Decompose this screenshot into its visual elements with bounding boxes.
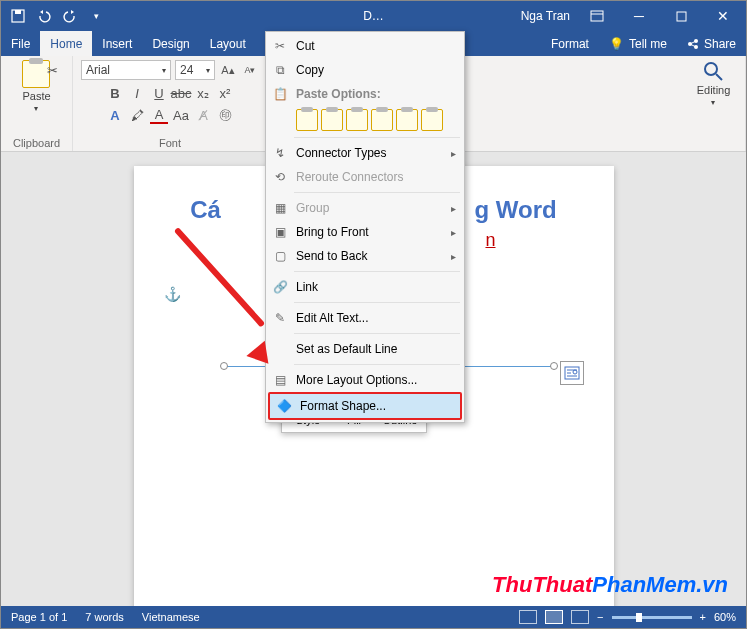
menu-reroute: ⟲Reroute Connectors — [266, 165, 464, 189]
ribbon-display-icon[interactable] — [582, 1, 612, 31]
svg-point-10 — [705, 63, 717, 75]
anchor-icon: ⚓ — [164, 286, 181, 302]
send-back-icon: ▢ — [272, 248, 288, 264]
clipboard-label: Clipboard — [13, 137, 60, 149]
minimize-button[interactable]: ─ — [624, 1, 654, 31]
svg-rect-1 — [15, 10, 21, 14]
read-mode-icon[interactable] — [519, 610, 537, 624]
menu-more-layout[interactable]: ▤More Layout Options... — [266, 368, 464, 392]
tab-file[interactable]: File — [1, 31, 40, 56]
redo-icon[interactable] — [63, 9, 77, 23]
text-effects-icon[interactable]: A — [106, 106, 124, 124]
share-icon — [687, 38, 699, 50]
menu-link[interactable]: 🔗Link — [266, 275, 464, 299]
menu-paste-options-header: 📋Paste Options: — [266, 82, 464, 106]
paste-label: Paste — [22, 90, 50, 102]
resize-handle-left[interactable] — [220, 362, 228, 370]
menu-cut[interactable]: ✂Cut — [266, 34, 464, 58]
font-name-select[interactable]: Arial▾ — [81, 60, 171, 80]
highlight-icon[interactable]: 🖍 — [128, 106, 146, 124]
find-button[interactable]: Editing ▾ — [697, 60, 731, 107]
cut-icon: ✂ — [272, 38, 288, 54]
menu-send-back[interactable]: ▢Send to Back — [266, 244, 464, 268]
enclose-char-icon[interactable]: ㊞ — [216, 106, 234, 124]
tab-home[interactable]: Home — [40, 31, 92, 56]
find-icon — [702, 60, 724, 82]
title-bar: ▾ D… Nga Tran ─ ✕ — [1, 1, 746, 31]
font-size-select[interactable]: 24▾ — [175, 60, 215, 80]
editing-group: Editing ▾ — [682, 56, 746, 151]
reroute-icon: ⟲ — [272, 169, 288, 185]
share-button[interactable]: Share — [677, 31, 746, 56]
share-label: Share — [704, 37, 736, 51]
editing-label: Editing — [697, 84, 731, 96]
alt-text-icon: ✎ — [272, 310, 288, 326]
paste-option-2[interactable] — [321, 109, 343, 131]
paste-option-4[interactable] — [371, 109, 393, 131]
tab-insert[interactable]: Insert — [92, 31, 142, 56]
paste-options-row — [266, 106, 464, 134]
tell-me-label: Tell me — [629, 37, 667, 51]
connector-icon: ↯ — [272, 145, 288, 161]
zoom-out-button[interactable]: − — [597, 611, 603, 623]
italic-button[interactable]: I — [128, 84, 146, 102]
user-name: Nga Tran — [521, 9, 570, 23]
watermark: ThuThuatPhanMem.vn — [492, 572, 728, 598]
font-group-label: Font — [159, 137, 181, 149]
layout-options-icon[interactable] — [560, 361, 584, 385]
menu-copy[interactable]: ⧉Copy — [266, 58, 464, 82]
decrease-font-icon[interactable]: A▾ — [241, 61, 259, 79]
strikethrough-button[interactable]: abc — [172, 84, 190, 102]
tab-format[interactable]: Format — [541, 31, 599, 56]
language-indicator[interactable]: Vietnamese — [142, 611, 200, 623]
menu-edit-alt-text[interactable]: ✎Edit Alt Text... — [266, 306, 464, 330]
paste-option-6[interactable] — [421, 109, 443, 131]
format-shape-icon: 🔷 — [276, 398, 292, 414]
highlighted-menu-item: 🔷Format Shape... — [268, 392, 462, 420]
cut-icon[interactable]: ✂ — [43, 61, 61, 79]
document-title: D… — [363, 9, 384, 23]
underline-button[interactable]: U — [150, 84, 168, 102]
bring-front-icon: ▣ — [272, 224, 288, 240]
page-indicator[interactable]: Page 1 of 1 — [11, 611, 67, 623]
bold-button[interactable]: B — [106, 84, 124, 102]
copy-icon: ⧉ — [272, 62, 288, 78]
group-icon: ▦ — [272, 200, 288, 216]
tell-me[interactable]: 💡 Tell me — [599, 31, 677, 56]
paste-option-3[interactable] — [346, 109, 368, 131]
svg-line-11 — [716, 74, 722, 80]
font-color-icon[interactable]: A — [150, 106, 168, 124]
tab-design[interactable]: Design — [142, 31, 199, 56]
svg-rect-2 — [591, 11, 603, 21]
print-layout-icon[interactable] — [545, 610, 563, 624]
word-count[interactable]: 7 words — [85, 611, 124, 623]
close-button[interactable]: ✕ — [708, 1, 738, 31]
save-icon[interactable] — [11, 9, 25, 23]
zoom-in-button[interactable]: + — [700, 611, 706, 623]
menu-default-line[interactable]: Set as Default Line — [266, 337, 464, 361]
paste-option-5[interactable] — [396, 109, 418, 131]
undo-icon[interactable] — [37, 9, 51, 23]
zoom-level[interactable]: 60% — [714, 611, 736, 623]
menu-connector-types[interactable]: ↯Connector Types — [266, 141, 464, 165]
context-menu: ✂Cut ⧉Copy 📋Paste Options: ↯Connector Ty… — [265, 31, 465, 423]
menu-format-shape[interactable]: 🔷Format Shape... — [270, 394, 460, 418]
clear-formatting-icon[interactable]: A̸ — [194, 106, 212, 124]
web-layout-icon[interactable] — [571, 610, 589, 624]
paste-icon: 📋 — [272, 86, 288, 102]
menu-bring-front[interactable]: ▣Bring to Front — [266, 220, 464, 244]
quick-access-toolbar: ▾ — [1, 9, 113, 23]
resize-handle-right[interactable] — [550, 362, 558, 370]
qat-more-icon[interactable]: ▾ — [89, 9, 103, 23]
maximize-button[interactable] — [666, 1, 696, 31]
tab-layout[interactable]: Layout — [200, 31, 256, 56]
superscript-button[interactable]: x² — [216, 84, 234, 102]
zoom-slider[interactable] — [612, 616, 692, 619]
change-case-icon[interactable]: Aa — [172, 106, 190, 124]
svg-rect-4 — [677, 12, 686, 21]
subscript-button[interactable]: x₂ — [194, 84, 212, 102]
increase-font-icon[interactable]: A▴ — [219, 61, 237, 79]
paste-option-1[interactable] — [296, 109, 318, 131]
clipboard-group: Paste ▾ ✂ Clipboard — [1, 56, 73, 151]
lightbulb-icon: 💡 — [609, 37, 624, 51]
